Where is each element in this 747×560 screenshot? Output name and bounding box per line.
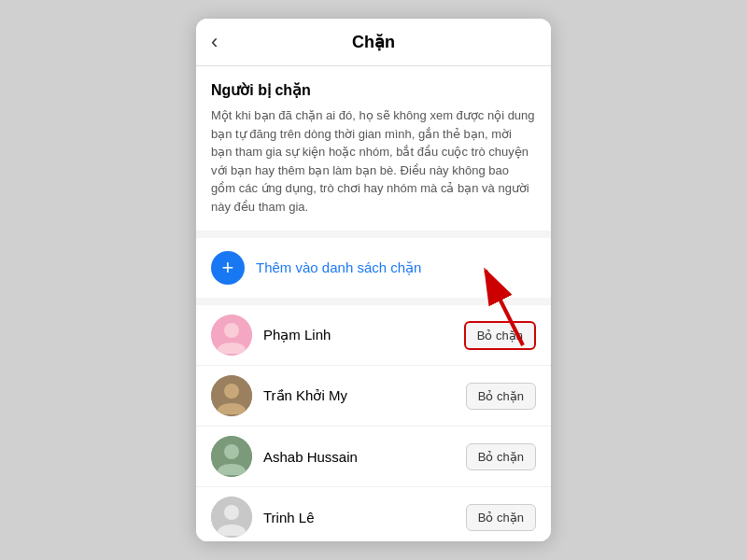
svg-point-5 bbox=[224, 444, 239, 459]
unblock-button-trinh-le[interactable]: Bỏ chặn bbox=[466, 504, 536, 531]
svg-point-3 bbox=[224, 384, 239, 399]
name-trinh-le: Trinh Lê bbox=[263, 510, 455, 525]
add-to-blocklist-label: Thêm vào danh sách chặn bbox=[256, 259, 421, 276]
main-content: Người bị chặn Một khi bạn đã chặn ai đó,… bbox=[196, 66, 551, 541]
avatar-tran-khoi-my bbox=[211, 375, 252, 416]
svg-point-1 bbox=[224, 323, 239, 338]
avatar-photo-ashab bbox=[211, 436, 252, 477]
unblock-button-tran-khoi-my[interactable]: Bỏ chặn bbox=[466, 383, 536, 410]
blocked-item-tran-khoi-my: Trần Khởi My Bỏ chặn bbox=[196, 366, 551, 427]
blocked-item-ashab-hussain: Ashab Hussain Bỏ chặn bbox=[196, 427, 551, 487]
unblock-button-ashab-hussain[interactable]: Bỏ chặn bbox=[466, 443, 536, 470]
avatar-default-trinh bbox=[211, 497, 252, 538]
blocked-item-pham-linh: Phạm Linh Bỏ chặn bbox=[196, 305, 551, 366]
page-title: Chặn bbox=[352, 32, 395, 52]
unblock-button-pham-linh[interactable]: Bỏ chặn bbox=[464, 321, 536, 350]
avatar-ashab-hussain bbox=[211, 436, 252, 477]
name-pham-linh: Phạm Linh bbox=[263, 327, 453, 343]
name-tran-khoi-my: Trần Khởi My bbox=[263, 387, 455, 404]
section-title: Người bị chặn bbox=[211, 81, 536, 99]
avatar-pham-linh bbox=[211, 315, 252, 356]
info-section: Người bị chặn Một khi bạn đã chặn ai đó,… bbox=[196, 66, 551, 231]
add-to-blocklist-row[interactable]: + Thêm vào danh sách chặn bbox=[196, 238, 551, 298]
blocked-item-trinh-le: Trinh Lê Bỏ chặn bbox=[196, 487, 551, 541]
blocked-users-list: Phạm Linh Bỏ chặn Trần Khởi My Bỏ chặn bbox=[196, 305, 551, 541]
back-button[interactable]: ‹ bbox=[211, 30, 218, 54]
avatar-silhouette-pham-linh bbox=[211, 315, 252, 356]
avatar-trinh-le bbox=[211, 497, 252, 538]
svg-point-7 bbox=[224, 505, 239, 520]
add-icon: + bbox=[211, 251, 245, 285]
name-ashab-hussain: Ashab Hussain bbox=[263, 449, 455, 465]
section-description: Một khi bạn đã chặn ai đó, họ sẽ không x… bbox=[211, 106, 536, 216]
header: ‹ Chặn bbox=[196, 19, 551, 66]
avatar-photo-tran bbox=[211, 375, 252, 416]
